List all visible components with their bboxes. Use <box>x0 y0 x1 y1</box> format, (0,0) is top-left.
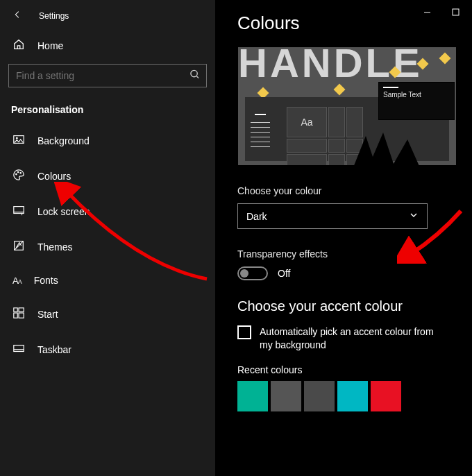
svg-point-4 <box>17 171 18 172</box>
section-title: Personalisation <box>8 94 207 128</box>
nav-lockscreen[interactable]: Lock screen <box>8 198 207 224</box>
nav-label: Background <box>37 135 90 146</box>
home-label: Home <box>37 40 63 51</box>
nav-label: Fonts <box>34 275 58 286</box>
transparency-label: Transparency effects <box>237 248 472 260</box>
search-icon <box>189 69 200 83</box>
svg-rect-8 <box>14 308 17 312</box>
svg-rect-12 <box>14 346 24 352</box>
nav-background[interactable]: Background <box>8 128 207 153</box>
auto-accent-label: Automatically pick an accent colour from… <box>260 325 446 352</box>
svg-point-3 <box>16 173 17 174</box>
picture-icon <box>12 133 25 148</box>
nav-themes[interactable]: Themes <box>8 234 207 260</box>
search-input[interactable] <box>8 64 207 87</box>
swatch-0[interactable] <box>237 381 268 411</box>
preview-sample-window: Sample Text <box>378 82 455 120</box>
transparency-toggle[interactable] <box>237 266 268 280</box>
app-title: Settings <box>39 11 69 21</box>
settings-header: Settings <box>8 7 207 31</box>
svg-rect-9 <box>19 308 24 312</box>
home-icon <box>12 38 25 53</box>
lockscreen-icon <box>12 204 25 219</box>
choose-colour-value: Dark <box>246 211 267 222</box>
accent-heading: Choose your accent colour <box>237 298 472 314</box>
nav-start[interactable]: Start <box>8 301 207 327</box>
back-icon[interactable] <box>12 10 22 22</box>
auto-accent-checkbox[interactable] <box>237 325 251 339</box>
nav-label: Start <box>37 309 58 320</box>
nav-colours[interactable]: Colours <box>8 163 207 189</box>
maximize-icon[interactable] <box>452 8 460 16</box>
chevron-down-icon <box>409 210 419 222</box>
nav-fonts[interactable]: AA Fonts <box>8 269 207 291</box>
fonts-icon: AA <box>12 275 22 286</box>
search-wrap <box>8 64 207 87</box>
swatch-1[interactable] <box>271 381 301 411</box>
nav-label: Colours <box>37 171 71 182</box>
svg-rect-13 <box>453 9 459 15</box>
svg-point-5 <box>20 173 21 173</box>
themes-icon <box>12 239 25 254</box>
svg-point-0 <box>191 70 197 76</box>
swatch-2[interactable] <box>304 381 335 411</box>
nav-label: Lock screen <box>37 206 90 217</box>
recent-colours-label: Recent colours <box>237 364 472 375</box>
window-controls <box>423 8 460 16</box>
sidebar: Settings Home Personalisation Background <box>0 0 215 476</box>
minimize-icon[interactable] <box>423 8 431 16</box>
content: Colours HANDLE Aa Sample Text Choose you… <box>215 0 472 476</box>
home-nav[interactable]: Home <box>8 31 207 60</box>
recent-swatches <box>237 381 472 411</box>
choose-colour-select[interactable]: Dark <box>237 203 428 229</box>
sample-text: Sample Text <box>383 91 421 99</box>
start-icon <box>12 307 25 321</box>
palette-icon <box>12 169 25 183</box>
swatch-3[interactable] <box>337 381 368 411</box>
preview-aa: Aa <box>287 107 327 137</box>
nav-taskbar[interactable]: Taskbar <box>8 337 207 362</box>
nav-label: Taskbar <box>37 344 71 355</box>
theme-preview: HANDLE Aa Sample Text <box>237 46 457 166</box>
taskbar-icon <box>12 342 25 357</box>
choose-colour-label: Choose your colour <box>237 185 472 196</box>
transparency-state: Off <box>278 268 290 279</box>
svg-rect-10 <box>14 313 17 318</box>
svg-point-2 <box>16 137 17 139</box>
svg-rect-11 <box>19 313 24 318</box>
swatch-4[interactable] <box>371 381 401 411</box>
nav-label: Themes <box>37 241 73 253</box>
